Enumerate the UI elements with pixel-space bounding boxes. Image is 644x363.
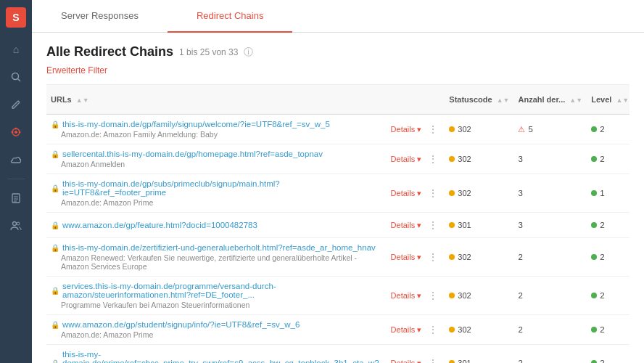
more-options-button[interactable]: ⋮ bbox=[426, 152, 440, 166]
level-value-row: 2 bbox=[591, 291, 629, 300]
url-description: Amazon Renewed: Verkaufen Sie neuwertige… bbox=[51, 253, 379, 271]
table-row: 🔒 this-is-my-domain.de/prime/ref=cbcc_pr… bbox=[46, 345, 629, 364]
more-options-button[interactable]: ⋮ bbox=[426, 186, 440, 200]
url-cell: 🔒 this-is-my-domain.de/gp/family/signup/… bbox=[46, 115, 384, 144]
svg-point-6 bbox=[15, 128, 17, 130]
lock-icon: 🔒 bbox=[51, 184, 59, 192]
document-icon[interactable] bbox=[4, 187, 28, 210]
anzahl-value: 3 bbox=[518, 155, 522, 163]
details-button[interactable]: Details ▾ bbox=[388, 357, 425, 364]
url-cell: 🔒 this-is-my-domain.de/zertifiziert-und-… bbox=[46, 238, 384, 277]
url-description: Amazon.de: Amazon Prime bbox=[51, 198, 379, 207]
status-dot bbox=[449, 360, 455, 363]
table-row: 🔒 this-is-my-domain.de/zertifiziert-und-… bbox=[46, 238, 629, 277]
col-header-url: URLs ▲▼ bbox=[46, 85, 384, 115]
page-title-row: Alle Redirect Chains 1 bis 25 von 33 ⓘ bbox=[46, 44, 629, 60]
sort-icon-anzahl[interactable]: ▲▼ bbox=[569, 97, 582, 104]
url-link[interactable]: 🔒 this-is-my-domain.de/prime/ref=cbcc_pr… bbox=[51, 350, 379, 363]
statuscode-value: 302 bbox=[458, 189, 471, 197]
home-icon[interactable]: ⌂ bbox=[4, 38, 28, 61]
status-dot bbox=[449, 254, 455, 260]
main-content: Server Responses Redirect Chains Alle Re… bbox=[32, 0, 644, 363]
more-options-button[interactable]: ⋮ bbox=[426, 218, 440, 232]
actions-cell: Details ▾ ⋮ bbox=[384, 174, 445, 213]
url-link[interactable]: 🔒 www.amazon.de/gp/feature.html?docid=10… bbox=[51, 221, 379, 229]
statuscode-cell: 302 bbox=[445, 277, 513, 315]
svg-point-12 bbox=[17, 222, 20, 225]
level-dot bbox=[591, 254, 597, 260]
details-button[interactable]: Details ▾ bbox=[388, 324, 425, 336]
status-dot bbox=[449, 222, 455, 228]
level-value-row: 2 bbox=[591, 221, 629, 229]
anzahl-value: 3 bbox=[518, 189, 522, 197]
anzahl-value-row: ⚠ 5 bbox=[518, 125, 582, 134]
details-button[interactable]: Details ▾ bbox=[388, 153, 425, 166]
status-badge: 302 bbox=[449, 125, 471, 134]
sort-icon-url[interactable]: ▲▼ bbox=[76, 97, 89, 104]
redirect-chains-table: URLs ▲▼ Statuscode ▲▼ Anzahl der... ▲▼ bbox=[46, 84, 629, 363]
level-dot bbox=[591, 327, 597, 333]
more-options-button[interactable]: ⋮ bbox=[426, 322, 440, 337]
table-row: 🔒 this-is-my-domain.de/gp/family/signup/… bbox=[46, 115, 629, 144]
users-icon[interactable] bbox=[4, 214, 28, 237]
actions-cell: Details ▾ ⋮ bbox=[384, 213, 445, 238]
tab-server-responses[interactable]: Server Responses bbox=[32, 0, 168, 33]
anzahl-value: 2 bbox=[518, 291, 522, 300]
details-button[interactable]: Details ▾ bbox=[388, 251, 425, 264]
anzahl-value-row: 2 bbox=[518, 253, 582, 261]
details-button[interactable]: Details ▾ bbox=[388, 187, 425, 200]
anzahl-cell: 3 bbox=[513, 144, 587, 174]
level-value: 2 bbox=[600, 359, 604, 363]
statuscode-cell: 302 bbox=[445, 315, 513, 345]
statuscode-cell: 302 bbox=[445, 174, 513, 213]
table-header-row: URLs ▲▼ Statuscode ▲▼ Anzahl der... ▲▼ bbox=[46, 85, 629, 115]
table-row: 🔒 this-is-my-domain.de/gp/subs/primeclub… bbox=[46, 174, 629, 213]
lock-icon: 🔒 bbox=[51, 244, 59, 252]
url-link[interactable]: 🔒 this-is-my-domain.de/zertifiziert-und-… bbox=[51, 243, 379, 252]
more-options-button[interactable]: ⋮ bbox=[426, 122, 440, 136]
url-link[interactable]: 🔒 www.amazon.de/gp/student/signup/info/?… bbox=[51, 320, 379, 329]
level-value-row: 2 bbox=[591, 253, 629, 261]
url-link[interactable]: 🔒 this-is-my-domain.de/gp/family/signup/… bbox=[51, 120, 379, 129]
url-text: this-is-my-domain.de/prime/ref=cbcc_prim… bbox=[62, 350, 379, 363]
edit-icon[interactable] bbox=[4, 93, 28, 116]
url-link[interactable]: 🔒 sellercental.this-is-my-domain.de/gp/h… bbox=[51, 150, 379, 158]
level-value: 2 bbox=[600, 325, 604, 334]
tab-redirect-chains[interactable]: Redirect Chains bbox=[168, 0, 293, 33]
level-cell: 2 bbox=[587, 238, 629, 277]
lock-icon: 🔒 bbox=[51, 287, 59, 295]
url-link[interactable]: 🔒 this-is-my-domain.de/gp/subs/primeclub… bbox=[51, 179, 379, 197]
anzahl-value-row: 3 bbox=[518, 155, 582, 163]
more-options-button[interactable]: ⋮ bbox=[426, 250, 440, 264]
level-value-row: 2 bbox=[591, 155, 629, 163]
actions-cell: Details ▾ ⋮ bbox=[384, 144, 445, 174]
level-value: 1 bbox=[600, 189, 604, 197]
details-button[interactable]: Details ▾ bbox=[388, 219, 425, 232]
network-icon[interactable] bbox=[4, 121, 28, 144]
url-cell: 🔒 services.this-is-my-domain.de/programm… bbox=[46, 277, 384, 315]
sort-icon-status[interactable]: ▲▼ bbox=[497, 97, 510, 104]
level-value-row: 1 bbox=[591, 189, 629, 197]
url-text: this-is-my-domain.de/gp/subs/primeclub/s… bbox=[62, 179, 379, 197]
filter-link[interactable]: Erweiterte Filter bbox=[46, 65, 107, 76]
status-badge: 301 bbox=[449, 221, 471, 229]
statuscode-value: 302 bbox=[458, 125, 471, 134]
anzahl-cell: 2 bbox=[513, 315, 587, 345]
url-description: Programme Verkaufen bei Amazon Steuerinf… bbox=[51, 301, 379, 309]
details-button[interactable]: Details ▾ bbox=[388, 123, 425, 136]
sort-icon-level[interactable]: ▲▼ bbox=[616, 97, 629, 104]
url-text: services.this-is-my-domain.de/programme/… bbox=[62, 282, 379, 299]
sidebar-logo[interactable]: S bbox=[6, 7, 26, 28]
search-icon[interactable] bbox=[4, 65, 28, 89]
more-options-button[interactable]: ⋮ bbox=[426, 288, 440, 303]
anzahl-cell: 3 bbox=[513, 213, 587, 238]
details-button[interactable]: Details ▾ bbox=[388, 290, 425, 302]
level-cell: 2 bbox=[587, 315, 629, 345]
url-link[interactable]: 🔒 services.this-is-my-domain.de/programm… bbox=[51, 282, 379, 299]
more-options-button[interactable]: ⋮ bbox=[426, 356, 440, 363]
anzahl-value-row: 3 bbox=[518, 189, 582, 197]
cloud-icon[interactable] bbox=[4, 148, 28, 171]
content-area: Alle Redirect Chains 1 bis 25 von 33 ⓘ E… bbox=[32, 33, 644, 363]
level-value: 2 bbox=[600, 125, 604, 134]
info-icon[interactable]: ⓘ bbox=[244, 46, 253, 59]
